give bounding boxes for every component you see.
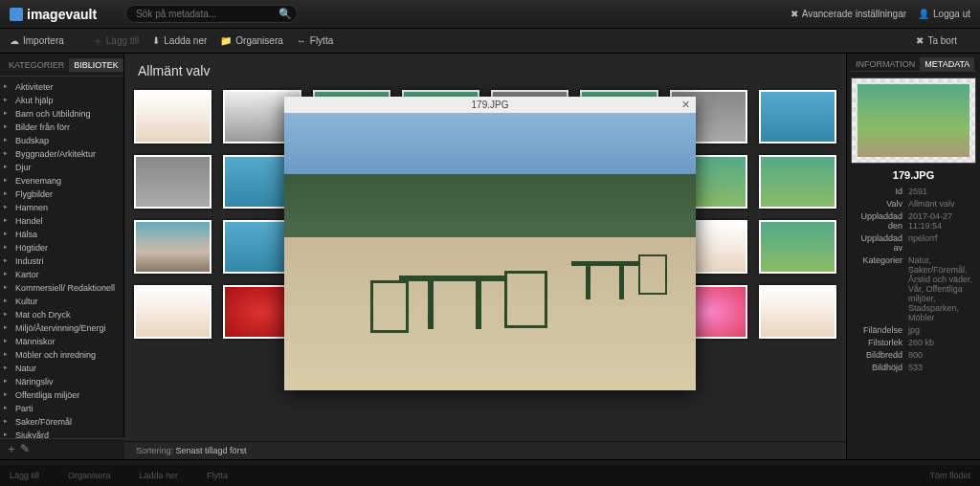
trash-icon: ✖ [916, 35, 924, 46]
metadata-row: ValvAllmänt valv [851, 199, 976, 209]
tab-metadata[interactable]: METADATA [920, 57, 974, 71]
metadata-value: npelorrf [908, 233, 976, 253]
category-item[interactable]: Hamnen [4, 201, 120, 214]
folder-icon: 📁 [220, 35, 232, 46]
thumbnail[interactable] [134, 155, 212, 209]
import-button[interactable]: ☁Importera [10, 35, 64, 46]
metadata-row: Bildbredd800 [851, 350, 976, 360]
modal-body [284, 113, 696, 390]
search-icon[interactable]: 🔍 [278, 8, 292, 20]
bottom-bar: Lägg till Organisera Ladda ner Flytta Tö… [0, 465, 980, 486]
search-input[interactable] [125, 5, 298, 23]
move-icon: ↔ [297, 35, 306, 46]
thumbnail[interactable] [759, 90, 836, 144]
thumbnail[interactable] [759, 220, 836, 274]
thumbnail[interactable] [759, 155, 836, 209]
metadata-label: Id [851, 187, 908, 196]
category-item[interactable]: Flygbilder [4, 188, 120, 201]
preview-thumbnail[interactable] [851, 77, 976, 164]
metadata-row: Filändelsejpg [851, 325, 976, 335]
category-item[interactable]: Industri [4, 254, 120, 268]
right-panel: INFORMATION METADATA 179.JPG Id2591ValvA… [846, 54, 980, 459]
category-item[interactable]: Akut hjälp [4, 94, 120, 107]
top-bar: imagevault 🔍 ✖Avancerade inställningar 👤… [0, 0, 980, 29]
category-item[interactable]: Kommersiell/ Redaktionell [4, 281, 120, 295]
thumbnail[interactable] [134, 220, 212, 274]
modal-titlebar: 179.JPG ✕ [284, 97, 696, 113]
category-item[interactable]: Budskap [4, 134, 120, 147]
modal-title: 179.JPG [472, 99, 509, 110]
metadata-value: 533 [908, 363, 976, 372]
metadata-label: Kategorier [851, 255, 908, 322]
logout-link[interactable]: 👤Logga ut [918, 9, 970, 19]
category-item[interactable]: Djur [4, 161, 120, 174]
category-item[interactable]: Människor [4, 335, 120, 348]
category-list: AktiviteterAkut hjälpBarn och Utbildning… [0, 77, 123, 459]
category-item[interactable]: Hälsa [4, 228, 120, 241]
modal-window[interactable]: 179.JPG ✕ [284, 97, 696, 390]
logo-text: imagevault [27, 7, 97, 22]
plus-icon: ＋ [93, 34, 102, 48]
advanced-settings-link[interactable]: ✖Avancerade inställningar [791, 9, 906, 19]
tab-information[interactable]: INFORMATION [851, 57, 920, 71]
category-item[interactable]: Saker/Föremål [4, 415, 120, 429]
metadata-row: Uppladdad den2017-04-27 11:19:54 [851, 211, 976, 231]
tab-categories[interactable]: KATEGORIER [4, 58, 69, 72]
thumbnail[interactable] [759, 285, 836, 339]
vault-title: Allmänt valv [124, 54, 846, 84]
category-item[interactable]: Näringsliv [4, 375, 120, 388]
tab-library[interactable]: BIBLIOTEK [69, 58, 123, 72]
metadata-value: Natur, Saker/Föremål, Årstid och väder, … [908, 255, 976, 322]
metadata-label: Filstorlek [851, 338, 908, 347]
logo[interactable]: imagevault [10, 7, 97, 22]
category-item[interactable]: Byggnader/Arkitektur [4, 147, 120, 161]
sorting-bar[interactable]: Sortering: Senast tillagd först [124, 441, 846, 459]
category-item[interactable]: Parti [4, 402, 120, 415]
category-item[interactable]: Högtider [4, 241, 120, 254]
wrench-icon: ✖ [791, 9, 798, 19]
category-item[interactable]: Evenemang [4, 174, 120, 188]
bottom-empty[interactable]: Töm flödet [929, 471, 970, 480]
close-icon[interactable]: ✕ [681, 99, 690, 111]
category-item[interactable]: Mat och Dryck [4, 308, 120, 321]
sidebar: KATEGORIER BIBLIOTEK AktiviteterAkut hjä… [0, 54, 124, 459]
metadata-value: 800 [908, 350, 976, 360]
category-item[interactable]: Natur [4, 362, 120, 375]
metadata-row: Id2591 [851, 187, 976, 196]
download-button[interactable]: ⬇Ladda ner [152, 35, 207, 46]
metadata-filename: 179.JPG [851, 169, 976, 181]
metadata-label: Uppladdad den [851, 211, 908, 231]
category-item[interactable]: Handel [4, 214, 120, 228]
thumbnail[interactable] [134, 90, 212, 144]
organize-button[interactable]: 📁Organisera [220, 35, 282, 46]
category-item[interactable]: Aktiviteter [4, 80, 120, 94]
metadata-label: Uppladdad av [851, 233, 908, 253]
metadata-row: Uppladdad avnpelorrf [851, 233, 976, 253]
bottom-download: Ladda ner [140, 471, 179, 480]
action-bar: ☁Importera ＋Lägg till ⬇Ladda ner 📁Organi… [0, 29, 980, 54]
bottom-add: Lägg till [10, 471, 39, 480]
move-button[interactable]: ↔Flytta [297, 35, 333, 46]
metadata-label: Bildbredd [851, 350, 908, 360]
metadata-row: Bildhöjd533 [851, 363, 976, 372]
category-item[interactable]: Miljö/Återvinning/Energi [4, 321, 120, 335]
metadata-row: Filstorlek260 kb [851, 338, 976, 347]
metadata-value: 2017-04-27 11:19:54 [908, 211, 976, 231]
category-item[interactable]: Kultur [4, 295, 120, 308]
sidebar-footer[interactable]: ＋ ✎ [0, 438, 124, 459]
thumbnail[interactable] [134, 285, 212, 339]
metadata-label: Valv [851, 199, 908, 209]
metadata-label: Bildhöjd [851, 363, 908, 372]
category-item[interactable]: Kartor [4, 268, 120, 281]
delete-button[interactable]: ✖Ta bort [916, 35, 957, 46]
metadata-value: jpg [908, 325, 976, 335]
user-icon: 👤 [918, 9, 929, 19]
category-item[interactable]: Bilder från förr [4, 121, 120, 134]
category-item[interactable]: Barn och Utbildning [4, 107, 120, 121]
bottom-organize: Organisera [68, 471, 111, 480]
search-wrap: 🔍 [125, 5, 298, 23]
category-item[interactable]: Offentliga miljöer [4, 388, 120, 402]
download-icon: ⬇ [152, 35, 160, 46]
metadata-value: 260 kb [908, 338, 976, 347]
category-item[interactable]: Möbler och inredning [4, 348, 120, 362]
